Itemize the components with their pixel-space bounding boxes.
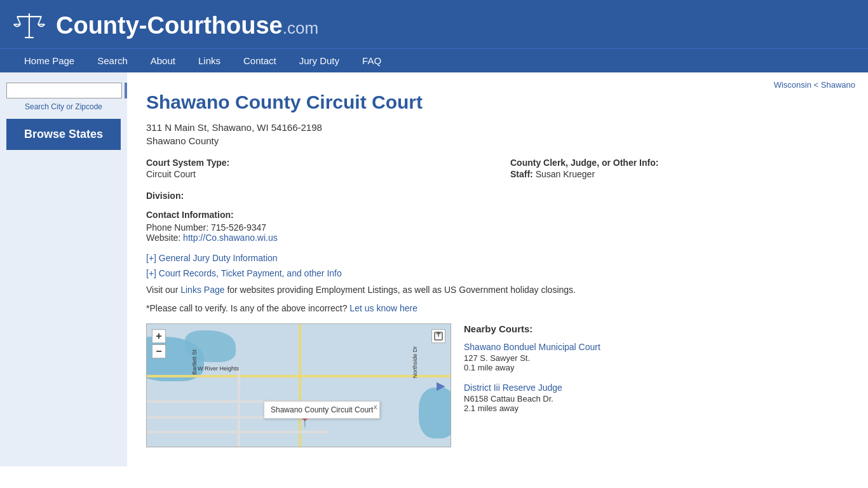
scales-icon — [13, 9, 46, 42]
staff-value: Staff: Susan Krueger — [510, 169, 849, 179]
court-address: 311 N Main St, Shawano, WI 54166-2198 — [146, 122, 849, 133]
map-popup: x Shawano County Circuit Court — [264, 401, 380, 419]
nearby-court-item-1: District Iii Reserve Judge N6158 Cattau … — [464, 383, 849, 413]
map-label-riverheights: W River Heights — [198, 365, 239, 372]
map-label-bartlett: Bartlett St — [191, 349, 198, 375]
website-link[interactable]: http://Co.shawano.wi.us — [183, 233, 278, 243]
clerk-col: County Clerk, Judge, or Other Info: Staf… — [510, 158, 849, 179]
nearby-court-dist-0: 0.1 mile away — [464, 363, 849, 372]
nearby-court-dist-1: 2.1 miles away — [464, 403, 849, 413]
division-section: Division: — [146, 191, 849, 201]
search-input[interactable] — [6, 83, 122, 98]
share-icon — [434, 332, 443, 341]
nearby-courts: Nearby Courts: Shawano Bonduel Municipal… — [464, 323, 849, 447]
breadcrumb-state[interactable]: Wisconsin — [774, 80, 811, 90]
nav-faq[interactable]: FAQ — [351, 49, 393, 72]
map-label-northside: Northside Dr — [412, 346, 419, 379]
search-bar: GO — [6, 83, 121, 98]
map-arrow-button[interactable]: ▶ — [437, 379, 445, 393]
nav-links[interactable]: Links — [187, 49, 232, 72]
sidebar: GO Search City or Zipcode Browse States — [0, 72, 127, 466]
search-label: Search City or Zipcode — [6, 102, 121, 111]
nearby-court-item-0: Shawano Bonduel Municipal Court 127 S. S… — [464, 342, 849, 372]
svg-line-2 — [17, 17, 20, 24]
verify-text: *Please call to verify. Is any of the ab… — [146, 303, 849, 313]
map-nearby-section: Bartlett St Northside Dr W River Heights… — [146, 323, 849, 447]
nav-about[interactable]: About — [139, 49, 187, 72]
map-zoom-in-button[interactable]: + — [152, 329, 166, 343]
nav-contact[interactable]: Contact — [232, 49, 288, 72]
clerk-label: County Clerk, Judge, or Other Info: — [510, 158, 849, 168]
nearby-court-name-1[interactable]: District Iii Reserve Judge — [464, 383, 849, 393]
court-county: Shawano County — [146, 135, 849, 146]
court-title: Shawano County Circuit Court — [146, 92, 849, 113]
map-water-right — [419, 388, 451, 438]
breadcrumb-separator: < — [811, 80, 821, 90]
links-page-link[interactable]: Links Page — [180, 285, 224, 295]
nearby-courts-title: Nearby Courts: — [464, 323, 849, 334]
division-label: Division: — [146, 191, 849, 201]
breadcrumb-city[interactable]: Shawano — [821, 80, 855, 90]
page-body: GO Search City or Zipcode Browse States … — [0, 72, 868, 466]
nav-jury-duty[interactable]: Jury Duty — [288, 49, 351, 72]
court-system-value: Circuit Court — [146, 169, 485, 179]
contact-section: Contact Information: Phone Number: 715-5… — [146, 210, 849, 243]
browse-states-button[interactable]: Browse States — [6, 119, 121, 150]
records-link[interactable]: [+] Court Records, Ticket Payment, and o… — [146, 268, 849, 278]
nav-home[interactable]: Home Page — [13, 49, 86, 72]
nearby-court-addr-1: N6158 Cattau Beach Dr. — [464, 394, 849, 403]
map-popup-text: Shawano County Circuit Court — [271, 405, 373, 414]
court-system-col: Court System Type: Circuit Court — [146, 158, 485, 179]
main-content: Wisconsin < Shawano Shawano County Circu… — [127, 72, 868, 466]
nearby-court-addr-0: 127 S. Sawyer St. — [464, 353, 849, 363]
let-us-know-link[interactable]: Let us know here — [349, 303, 417, 313]
contact-label: Contact Information: — [146, 210, 849, 220]
map-road-v2 — [238, 369, 240, 447]
court-details: Court System Type: Circuit Court County … — [146, 158, 849, 179]
website-row: Website: http://Co.shawano.wi.us — [146, 233, 849, 243]
nav-search[interactable]: Search — [86, 49, 139, 72]
nearby-court-name-0[interactable]: Shawano Bonduel Municipal Court — [464, 342, 849, 352]
info-text: Visit our Links Page for websites provid… — [146, 283, 849, 297]
map-popup-close-button[interactable]: x — [374, 403, 377, 410]
map-share-button[interactable] — [431, 329, 445, 343]
breadcrumb: Wisconsin < Shawano — [774, 80, 855, 90]
jury-duty-link[interactable]: [+] General Jury Duty Information — [146, 253, 849, 263]
site-title: County-Courthouse.com — [56, 12, 318, 39]
phone-row: Phone Number: 715-526-9347 — [146, 222, 849, 233]
map-container: Bartlett St Northside Dr W River Heights… — [146, 323, 451, 447]
court-system-label: Court System Type: — [146, 158, 485, 168]
site-header: County-Courthouse.com — [0, 0, 868, 48]
main-nav: Home Page Search About Links Contact Jur… — [0, 48, 868, 72]
map-zoom-out-button[interactable]: − — [152, 344, 166, 358]
svg-line-4 — [38, 17, 41, 24]
